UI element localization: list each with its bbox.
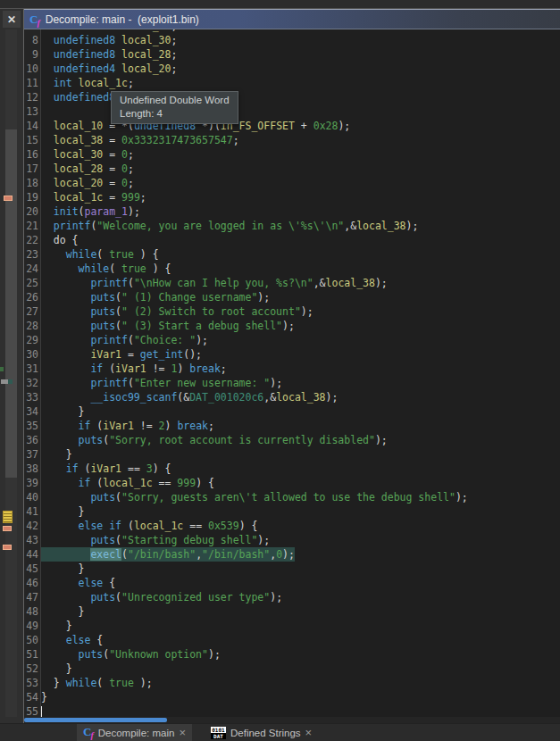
code-line-11[interactable]: 11 int local_1c; xyxy=(24,76,560,90)
left-scrollbar-thumb[interactable] xyxy=(5,129,17,478)
code-line-29[interactable]: 29 printf("Choice: "); xyxy=(24,333,560,347)
code-line-24[interactable]: 24 while( true ) { xyxy=(24,262,560,276)
code-line-9[interactable]: 9 undefined8 local_28; xyxy=(24,47,560,62)
code-line-16[interactable]: 16 local_30 = 0; xyxy=(24,147,560,162)
window-titlebar[interactable]: Cf Decompile: main - (exploit1.bin) xyxy=(24,9,560,29)
line-number: 46 xyxy=(24,576,38,590)
code-line-34[interactable]: 34 } xyxy=(24,404,560,419)
tooltip-line2: Length: 4 xyxy=(120,107,230,121)
datatype-tooltip: Undefined Double Word Length: 4 xyxy=(111,91,238,124)
horizontal-scrollbar[interactable] xyxy=(24,717,560,723)
code-line-40[interactable]: 40 puts("Sorry, guests aren\'t allowed t… xyxy=(24,490,560,504)
code-line-50[interactable]: 50 else { xyxy=(24,633,560,647)
line-number: 29 xyxy=(24,333,38,347)
selected-statement[interactable]: execl("/bin/bash","/bin/bash",0); xyxy=(41,547,295,562)
code-line-13[interactable]: 13 xyxy=(24,104,560,119)
code-line-48[interactable]: 48 } xyxy=(24,604,560,619)
code-line-23[interactable]: 23 while( true ) { xyxy=(24,247,560,262)
line-number: 40 xyxy=(24,490,38,504)
decompiler-cf-icon: Cf xyxy=(29,12,40,28)
margin-marker-gray xyxy=(1,379,8,384)
margin-marker-salmon xyxy=(4,196,13,201)
code-line-43[interactable]: 43 puts("Starting debug shell"); xyxy=(24,533,560,547)
line-number: 51 xyxy=(24,647,38,662)
code-line-46[interactable]: 46 else { xyxy=(24,576,560,590)
line-number: 34 xyxy=(24,404,38,419)
line-number: 44 xyxy=(24,547,38,562)
code-line-49[interactable]: 49 } xyxy=(24,619,560,633)
code-line-17[interactable]: 17 local_28 = 0; xyxy=(24,162,560,176)
line-number: 35 xyxy=(24,419,38,433)
code-line-52[interactable]: 52 } xyxy=(24,662,560,676)
tab-close-icon[interactable]: × xyxy=(179,727,186,738)
line-number: 24 xyxy=(24,262,38,276)
margin-marker-green xyxy=(0,367,4,371)
code-line-35[interactable]: 35 if (iVar1 != 2) break; xyxy=(24,419,560,433)
code-line-18[interactable]: 18 local_20 = 0; xyxy=(24,176,560,190)
code-line-36[interactable]: 36 puts("Sorry, root account is currentl… xyxy=(24,433,560,447)
line-number: 32 xyxy=(24,376,38,390)
line-number: 42 xyxy=(24,519,38,533)
line-number: 19 xyxy=(24,190,38,204)
line-number: 54 xyxy=(24,690,38,704)
defined-data-icon: 0101DAT xyxy=(211,727,226,739)
code-line-45[interactable]: 45 } xyxy=(24,562,560,576)
code-line-26[interactable]: 26 puts(" (1) Change username"); xyxy=(24,290,560,304)
code-line-54[interactable]: 54} xyxy=(24,690,560,704)
code-line-14[interactable]: 14 local_10 = *(undefined8 *)(in_FS_OFFS… xyxy=(24,119,560,133)
line-number: 18 xyxy=(24,176,38,190)
code-line-22[interactable]: 22 do { xyxy=(24,233,560,247)
line-number: 31 xyxy=(24,362,38,376)
code-line-15[interactable]: 15 local_38 = 0x3332317473657547; xyxy=(24,133,560,147)
code-line-20[interactable]: 20 init(param_1); xyxy=(24,204,560,219)
code-line-8[interactable]: 8 undefined8 local_30; xyxy=(24,33,560,47)
bottom-tab-bar: Cf Decompile: main × 0101DAT Defined Str… xyxy=(0,723,560,741)
line-number: 50 xyxy=(24,633,38,647)
line-number: 16 xyxy=(24,147,38,162)
code-line-28[interactable]: 28 puts(" (3) Start a debug shell"); xyxy=(24,319,560,333)
code-line-44[interactable]: 44 execl("/bin/bash","/bin/bash",0); xyxy=(24,547,560,562)
code-line-21[interactable]: 21 printf("Welcome, you are logged in as… xyxy=(24,219,560,233)
code-line-32[interactable]: 32 printf("Enter new username: "); xyxy=(24,376,560,390)
tab-label: Decompile: main xyxy=(98,728,175,738)
tab-close-icon[interactable]: × xyxy=(305,727,313,738)
code-line-33[interactable]: 33 __isoc99_scanf(&DAT_001020c6,&local_3… xyxy=(24,390,560,404)
line-number: 25 xyxy=(24,276,38,290)
line-number: 22 xyxy=(24,233,38,247)
line-number: 47 xyxy=(24,590,38,604)
code-line-27[interactable]: 27 puts(" (2) Switch to root account"); xyxy=(24,304,560,319)
tooltip-line1: Undefined Double Word xyxy=(120,94,230,107)
close-icon[interactable]: ✕ xyxy=(3,11,21,28)
margin-marker-salmon xyxy=(3,526,12,531)
line-number: 10 xyxy=(24,62,38,76)
code-line-55[interactable]: 55 xyxy=(24,704,560,717)
line-number: 21 xyxy=(24,219,38,233)
code-line-39[interactable]: 39 if (local_1c == 999) { xyxy=(24,476,560,490)
code-line-42[interactable]: 42 else if (local_1c == 0x539) { xyxy=(24,519,560,533)
tab-defined-strings[interactable]: 0101DAT Defined Strings × xyxy=(205,724,318,741)
line-number: 45 xyxy=(24,562,38,576)
line-number: 14 xyxy=(24,119,38,133)
bookmark-marker-yellow xyxy=(3,511,13,523)
code-line-47[interactable]: 47 puts("Unrecognized user type"); xyxy=(24,590,560,604)
code-line-31[interactable]: 31 if (iVar1 != 1) break; xyxy=(24,362,560,376)
code-line-25[interactable]: 25 printf("\nHow can I help you, %s?\n",… xyxy=(24,276,560,290)
tab-decompile-main[interactable]: Cf Decompile: main × xyxy=(77,724,192,741)
decompiler-panel[interactable]: 7 undefined8 local_38;8 undefined8 local… xyxy=(24,29,560,717)
code-line-37[interactable]: 37 } xyxy=(24,447,560,462)
line-number: 8 xyxy=(24,33,38,47)
line-number: 27 xyxy=(24,304,38,319)
code-line-41[interactable]: 41 } xyxy=(24,504,560,519)
code-line-12[interactable]: 12 undefined8 xyxy=(24,90,560,104)
code-line-38[interactable]: 38 if (iVar1 == 3) { xyxy=(24,462,560,476)
code-line-30[interactable]: 30 iVar1 = get_int(); xyxy=(24,347,560,362)
code-line-53[interactable]: 53 } while( true ); xyxy=(24,676,560,690)
horizontal-scrollbar-thumb[interactable] xyxy=(24,718,167,722)
code-line-10[interactable]: 10 undefined4 local_20; xyxy=(24,62,560,76)
code-line-19[interactable]: 19 local_1c = 999; xyxy=(24,190,560,204)
line-number: 49 xyxy=(24,619,38,633)
code-line-51[interactable]: 51 puts("Unknown option"); xyxy=(24,647,560,662)
line-number: 30 xyxy=(24,347,38,362)
line-number: 17 xyxy=(24,162,38,176)
line-number: 55 xyxy=(24,704,38,717)
